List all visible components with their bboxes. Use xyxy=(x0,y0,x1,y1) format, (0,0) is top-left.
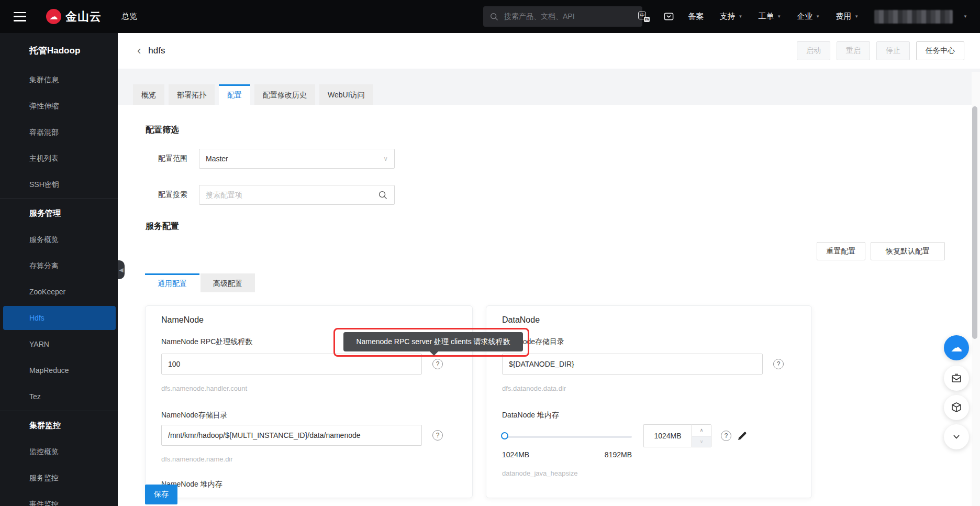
nav-overview[interactable]: 总览 xyxy=(121,12,137,21)
edit-pencil-icon[interactable] xyxy=(737,430,748,442)
help-icon[interactable] xyxy=(432,430,443,441)
chevron-down-icon: ▼ xyxy=(816,14,820,19)
brand-name: 金山云 xyxy=(65,9,102,25)
subtab-general-config[interactable]: 通用配置 xyxy=(145,273,199,292)
stepper-down-icon[interactable]: ∨ xyxy=(692,436,711,447)
sidebar-group-service-management: 服务管理 xyxy=(0,200,118,226)
menu-billing[interactable]: 费用▼ xyxy=(836,12,859,21)
page-header: ‹ hdfs 启动 重启 停止 任务中心 xyxy=(118,33,980,69)
save-button[interactable]: 保存 xyxy=(145,485,177,504)
config-panel: 配置筛选 配置范围 Master ∨ 配置搜索 服务配置 重置配置 恢复默认配置… xyxy=(118,105,972,506)
scope-label: 配置范围 xyxy=(146,154,187,163)
start-button[interactable]: 启动 xyxy=(797,41,830,60)
sidebar-item-mapreduce[interactable]: MapReduce xyxy=(0,357,118,383)
heap-max-label: 8192MB xyxy=(603,450,632,459)
menu-enterprise[interactable]: 企业▼ xyxy=(797,12,820,21)
datanode-card-title: DataNode xyxy=(502,315,540,325)
heap-slider-handle[interactable] xyxy=(501,432,508,439)
brand-logo[interactable]: ☁ 金山云 xyxy=(46,9,102,25)
sidebar-item-monitoring-overview[interactable]: 监控概览 xyxy=(0,438,118,465)
tab-webui-access[interactable]: WebUI访问 xyxy=(319,84,373,105)
stepper-up-icon[interactable]: ∧ xyxy=(692,425,711,436)
namenode-dir-label: NameNode存储目录 xyxy=(161,411,228,420)
datanode-card: DataNode DataNode存储目录 dfs.datanode.data.… xyxy=(486,305,812,498)
sidebar-item-container-colocation[interactable]: 容器混部 xyxy=(0,119,118,145)
service-section-title: 服务配置 xyxy=(146,221,179,232)
datanode-heap-label: DataNode 堆内存 xyxy=(502,411,559,420)
datanode-dir-property: dfs.datanode.data.dir xyxy=(502,384,566,392)
datanode-heap-property: datanode_java_heapsize xyxy=(502,469,578,477)
service-tabs: 概览 部署拓扑 配置 配置修改历史 WebUI访问 xyxy=(133,84,373,105)
sidebar-item-host-list[interactable]: 主机列表 xyxy=(0,145,118,171)
config-search-input[interactable] xyxy=(206,191,378,199)
sidebar-item-zookeeper[interactable]: ZooKeeper xyxy=(0,279,118,305)
chevron-down-icon: ▼ xyxy=(854,14,859,19)
scrollbar-thumb[interactable] xyxy=(972,106,977,339)
sidebar-collapse-handle[interactable]: ◀ xyxy=(118,260,125,279)
customer-service-cloud-icon[interactable]: ☁ xyxy=(944,335,969,360)
task-center-button[interactable]: 任务中心 xyxy=(916,41,964,60)
sidebar-item-service-monitoring[interactable]: 服务监控 xyxy=(0,465,118,491)
restart-button[interactable]: 重启 xyxy=(837,41,870,60)
message-icon[interactable] xyxy=(663,11,674,22)
help-icon[interactable] xyxy=(432,359,443,369)
feedback-mail-icon[interactable] xyxy=(944,366,969,391)
sidebar-group-cluster-monitoring: 集群监控 xyxy=(0,412,118,438)
heap-slider[interactable] xyxy=(502,436,632,438)
namenode-rpc-threads-label: NameNode RPC处理线程数 xyxy=(161,337,252,347)
menu-ticket[interactable]: 工单▼ xyxy=(758,12,781,21)
config-search-label: 配置搜索 xyxy=(146,190,187,200)
user-account-redacted[interactable] xyxy=(874,10,953,24)
sidebar-item-hdfs[interactable]: Hdfs xyxy=(0,305,118,331)
help-icon[interactable] xyxy=(773,359,784,369)
sidebar-item-ssh-keys[interactable]: SSH密钥 xyxy=(0,171,118,197)
menu-support[interactable]: 支持▼ xyxy=(719,12,742,21)
collapse-chevron-icon[interactable] xyxy=(944,424,969,449)
chevron-down-icon: ∨ xyxy=(383,155,388,162)
datanode-dir-input[interactable] xyxy=(502,354,763,375)
namenode-card-title: NameNode xyxy=(161,315,204,325)
sidebar-item-event-monitoring[interactable]: 事件监控 xyxy=(0,491,118,506)
reset-config-button[interactable]: 重置配置 xyxy=(817,242,865,260)
tooltip-arrow xyxy=(430,351,438,356)
sidebar-item-tez[interactable]: Tez xyxy=(0,383,118,410)
sidebar-item-yarn[interactable]: YARN xyxy=(0,331,118,357)
sidebar-item-storage-compute-separation[interactable]: 存算分离 xyxy=(0,252,118,279)
sidebar-item-cluster-info[interactable]: 集群信息 xyxy=(0,67,118,93)
sidebar-divider xyxy=(0,411,118,411)
language-toggle-icon[interactable]: 中EN xyxy=(638,12,650,22)
sidebar-item-elastic-scaling[interactable]: 弹性伸缩 xyxy=(0,93,118,119)
heap-value-group: ∧ ∨ xyxy=(643,424,711,447)
tab-config-history[interactable]: 配置修改历史 xyxy=(254,84,315,105)
scope-select-value: Master xyxy=(206,155,228,163)
search-icon[interactable] xyxy=(378,190,388,200)
stop-button[interactable]: 停止 xyxy=(876,41,910,60)
global-search-placeholder: 搜索产品、文档、API xyxy=(504,12,575,21)
hamburger-menu-icon[interactable] xyxy=(14,12,26,21)
back-icon[interactable]: ‹ xyxy=(137,45,141,57)
subtab-advanced-config[interactable]: 高级配置 xyxy=(201,273,255,292)
product-cube-icon[interactable] xyxy=(944,395,969,420)
cloud-logo-icon: ☁ xyxy=(46,9,61,24)
restore-default-button[interactable]: 恢复默认配置 xyxy=(871,242,945,260)
sidebar-item-service-overview[interactable]: 服务概览 xyxy=(0,226,118,252)
menu-beian[interactable]: 备案 xyxy=(688,12,704,21)
global-search[interactable]: 搜索产品、文档、API xyxy=(483,6,642,27)
tab-configuration[interactable]: 配置 xyxy=(219,84,250,105)
namenode-dir-input[interactable] xyxy=(161,425,422,446)
scope-select[interactable]: Master ∨ xyxy=(199,149,395,169)
tab-overview[interactable]: 概览 xyxy=(133,84,164,105)
config-search-box xyxy=(199,185,395,205)
namenode-rpc-property: dfs.namenode.handler.count xyxy=(161,384,247,392)
app-root: ☁ 金山云 总览 搜索产品、文档、API 中EN 备案 支持▼ 工单▼ xyxy=(0,0,980,506)
heap-value-input[interactable] xyxy=(643,424,692,447)
tab-deployment-topology[interactable]: 部署拓扑 xyxy=(169,84,215,105)
help-icon[interactable] xyxy=(721,431,731,441)
config-subtabs: 通用配置 高级配置 xyxy=(145,273,255,292)
chevron-down-icon[interactable]: ▼ xyxy=(963,14,967,19)
page-title: hdfs xyxy=(148,46,165,56)
tooltip: Namenode RPC server 处理 clients 请求线程数 xyxy=(343,332,523,351)
namenode-rpc-threads-input[interactable] xyxy=(161,354,422,375)
topbar: ☁ 金山云 总览 搜索产品、文档、API 中EN 备案 支持▼ 工单▼ xyxy=(0,0,980,33)
header-actions: 启动 重启 停止 任务中心 xyxy=(797,41,964,60)
